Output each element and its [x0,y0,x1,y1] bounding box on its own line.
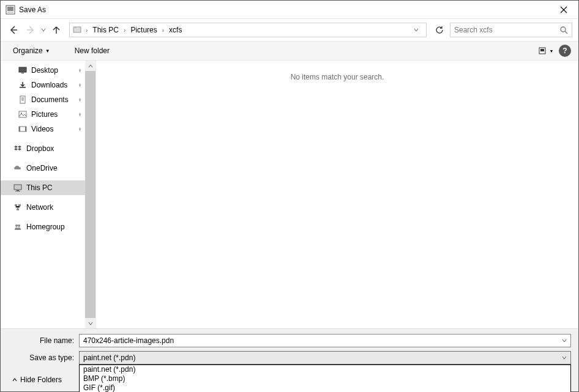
sidebar-scrollbar[interactable] [85,61,95,328]
dropdown-option[interactable]: BMP (*.bmp) [80,374,570,383]
svg-rect-15 [25,127,26,131]
close-button[interactable] [551,1,576,18]
sidebar-item-label: Network [26,203,53,212]
desktop-icon [18,65,28,75]
svg-rect-11 [19,111,26,117]
pin-icon [77,127,83,132]
search-icon [560,26,568,34]
sidebar-item-thispc[interactable]: This PC [1,180,85,195]
svg-rect-21 [17,209,19,210]
chevron-down-icon: ▼ [45,48,50,54]
breadcrumb-item[interactable]: Pictures [127,24,160,35]
saveastype-dropdown[interactable]: paint.net (*.pdn) [79,351,571,364]
scroll-down-arrow[interactable] [85,318,95,328]
back-button[interactable] [7,23,20,37]
breadcrumb-item[interactable]: xcfs [165,24,185,35]
bottom-panel: File name: 470x246-article-images.pdn Sa… [1,328,578,391]
svg-rect-4 [73,27,77,28]
refresh-button[interactable] [433,23,446,37]
breadcrumb-sep[interactable]: › [124,27,125,34]
svg-rect-18 [15,191,20,191]
svg-rect-7 [540,49,544,51]
sidebar-item-homegroup[interactable]: Homegroup [1,220,85,234]
file-list-pane[interactable]: No items match your search. [95,61,578,328]
sidebar-item-dropbox[interactable]: Dropbox [1,141,85,156]
dropdown-option[interactable]: paint.net (*.pdn) [80,365,570,374]
downloads-icon [18,80,28,90]
up-button[interactable] [50,23,63,37]
chevron-down-icon[interactable] [562,338,567,343]
documents-icon [18,95,28,105]
sidebar-item-label: Pictures [31,110,58,119]
scroll-thumb[interactable] [85,71,95,318]
saveastype-options-list: paint.net (*.pdn) BMP (*.bmp) GIF (*.gif… [79,364,571,392]
breadcrumb-item[interactable]: This PC [89,24,122,35]
pin-icon [77,97,83,103]
hide-folders-label: Hide Folders [20,375,62,384]
svg-rect-20 [18,204,21,206]
pin-icon [77,68,83,73]
titlebar: Save As [1,1,578,19]
sidebar-item-onedrive[interactable]: OneDrive [1,161,85,176]
sidebar-item-label: Dropbox [26,144,54,153]
svg-rect-8 [19,67,26,72]
homegroup-icon [13,222,23,232]
svg-point-23 [18,224,20,227]
app-icon [6,5,15,15]
window-title: Save As [19,6,46,14]
commandbar: Organize ▼ New folder ▼ ? [1,41,578,61]
sidebar-item-desktop[interactable]: Desktop [1,63,85,78]
new-folder-button[interactable]: New folder [70,44,114,57]
sidebar-item-label: This PC [26,183,53,192]
filename-value: 470x246-article-images.pdn [83,336,562,345]
svg-point-22 [15,224,18,227]
dropdown-option[interactable]: GIF (*.gif) [80,383,570,392]
chevron-down-icon[interactable] [562,355,567,360]
search-input[interactable]: Search xcfs [450,23,572,37]
sidebar-item-label: Homegroup [26,223,65,231]
pin-icon [77,83,83,88]
svg-point-5 [561,27,566,32]
navbar: › This PC › Pictures › xcfs Search xcfs [1,19,578,41]
sidebar-item-pictures[interactable]: Pictures [1,107,85,122]
pictures-icon [18,109,28,119]
empty-state-message: No items match your search. [291,73,384,81]
save-as-dialog: Save As › This PC › Pictures › xcfs [0,0,579,392]
address-history-dropdown[interactable] [414,28,425,32]
chevron-down-icon: ▼ [550,49,554,53]
network-icon [13,202,23,212]
saveastype-value: paint.net (*.pdn) [83,353,562,362]
sidebar-item-downloads[interactable]: Downloads [1,78,85,92]
sidebar-item-network[interactable]: Network [1,200,85,215]
sidebar-item-label: Desktop [31,66,58,75]
sidebar-item-label: Downloads [31,81,67,89]
sidebar-item-videos[interactable]: Videos [1,122,85,136]
dropbox-icon [13,144,23,153]
svg-rect-17 [17,190,19,191]
main-pane: Desktop Downloads Documents Pictures [1,61,578,328]
svg-rect-2 [7,12,13,13]
scroll-up-arrow[interactable] [85,61,95,71]
view-options-button[interactable]: ▼ [537,45,555,57]
forward-button[interactable] [24,23,37,37]
breadcrumb-sep[interactable]: › [162,27,164,34]
pin-icon [77,112,83,117]
svg-rect-14 [19,127,20,131]
saveastype-label: Save as type: [8,353,79,362]
svg-rect-19 [15,204,17,206]
videos-icon [18,124,28,134]
svg-rect-1 [7,7,13,11]
svg-rect-9 [21,73,24,73]
organize-button[interactable]: Organize ▼ [8,44,55,57]
history-dropdown[interactable] [41,28,46,32]
breadcrumb-sep[interactable]: › [86,27,88,34]
sidebar-item-label: OneDrive [26,164,58,172]
new-folder-label: New folder [75,46,110,55]
sidebar-item-documents[interactable]: Documents [1,92,85,107]
filename-label: File name: [8,336,79,345]
hide-folders-button[interactable]: Hide Folders [8,374,65,385]
organize-label: Organize [13,46,43,55]
help-button[interactable]: ? [559,45,571,57]
addressbar[interactable]: › This PC › Pictures › xcfs [69,23,427,37]
filename-input[interactable]: 470x246-article-images.pdn [79,334,571,347]
